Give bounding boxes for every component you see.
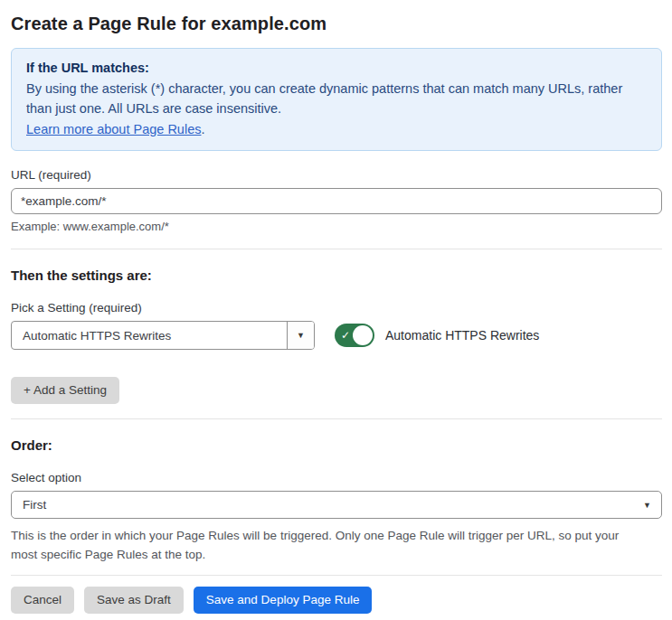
toggle-knob	[353, 325, 373, 345]
caret-down-icon[interactable]: ▼	[287, 322, 314, 349]
https-rewrites-toggle[interactable]: ✓	[335, 324, 374, 347]
link-suffix: .	[201, 122, 204, 136]
url-example-helper: Example: www.example.com/*	[11, 220, 662, 234]
learn-more-link[interactable]: Learn more about Page Rules	[26, 122, 201, 136]
add-setting-button[interactable]: + Add a Setting	[11, 377, 119, 404]
setting-picker-dropdown[interactable]: Automatic HTTPS Rewrites ▼	[11, 321, 315, 350]
info-box-body: By using the asterisk (*) character, you…	[26, 79, 647, 119]
save-as-draft-button[interactable]: Save as Draft	[84, 587, 184, 614]
url-match-info-box: If the URL matches: By using the asteris…	[11, 48, 662, 151]
setting-row: Automatic HTTPS Rewrites ▼ ✓ Automatic H…	[11, 321, 662, 350]
setting-picker-value: Automatic HTTPS Rewrites	[12, 322, 287, 349]
save-and-deploy-button[interactable]: Save and Deploy Page Rule	[194, 587, 373, 614]
url-field-label: URL (required)	[11, 167, 662, 183]
divider	[11, 575, 662, 576]
settings-section-heading: Then the settings are:	[11, 268, 662, 284]
info-box-link-line: Learn more about Page Rules.	[26, 119, 647, 140]
footer-button-row: Cancel Save as Draft Save and Deploy Pag…	[11, 587, 662, 614]
check-icon: ✓	[341, 328, 350, 343]
toggle-label: Automatic HTTPS Rewrites	[385, 328, 539, 343]
order-select[interactable]: First ▼	[11, 491, 662, 519]
divider	[11, 249, 662, 249]
cancel-button[interactable]: Cancel	[11, 587, 74, 614]
order-section-heading: Order:	[11, 437, 662, 454]
caret-down-icon: ▼	[643, 501, 651, 510]
info-box-heading: If the URL matches:	[26, 58, 647, 79]
order-select-label: Select option	[11, 470, 662, 485]
url-input[interactable]	[11, 188, 662, 214]
setting-picker-label: Pick a Setting (required)	[11, 300, 662, 315]
divider	[11, 418, 662, 419]
order-helper-text: This is the order in which your Page Rul…	[11, 526, 644, 564]
page-title: Create a Page Rule for example.com	[11, 12, 662, 35]
order-select-value: First	[23, 498, 46, 512]
